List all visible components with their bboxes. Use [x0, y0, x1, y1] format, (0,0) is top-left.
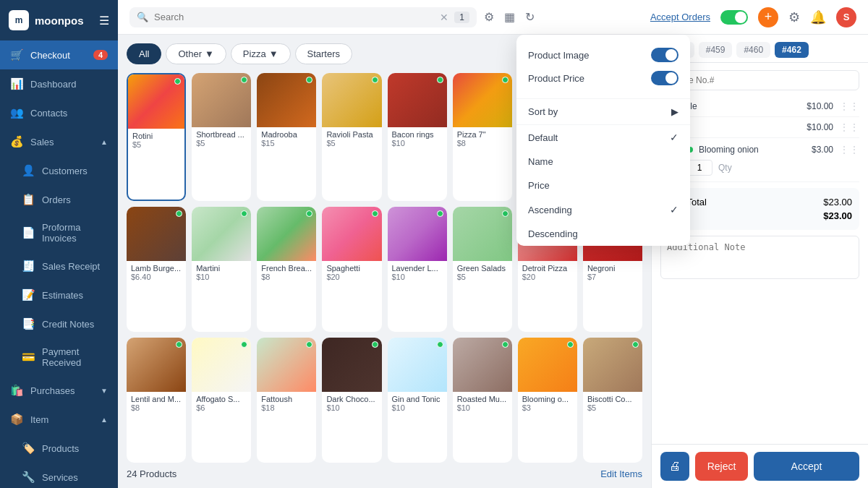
- product-price-row: Product Price: [528, 67, 678, 90]
- sort-option-descending[interactable]: Descending: [516, 222, 690, 246]
- product-status-dot: [241, 77, 247, 83]
- product-card[interactable]: Bacon rings $10: [388, 73, 447, 201]
- product-image-toggle[interactable]: [651, 48, 678, 62]
- subtotal-row: Sub Total $23.00: [668, 195, 852, 209]
- product-status-dot: [306, 210, 312, 217]
- sidebar-item-products[interactable]: 🏷️ Products: [0, 434, 118, 463]
- product-card[interactable]: Gin and Tonic $10: [388, 338, 447, 463]
- product-price: $5: [457, 273, 508, 281]
- product-card[interactable]: Affogato S... $6: [192, 338, 251, 463]
- additional-note[interactable]: [660, 236, 859, 279]
- product-card[interactable]: Lavender L... $10: [388, 207, 447, 332]
- order-tab-459[interactable]: #459: [699, 42, 733, 58]
- blooming-price: $3.00: [812, 145, 833, 155]
- sort-by-header[interactable]: Sort by ▶: [516, 99, 690, 125]
- hamburger-icon[interactable]: ☰: [99, 14, 109, 27]
- cat-tab-pizza[interactable]: Pizza ▼: [231, 43, 291, 64]
- edit-items-link[interactable]: Edit Items: [600, 468, 642, 479]
- cat-tab-starters[interactable]: Starters: [295, 43, 353, 64]
- sidebar-item-item[interactable]: 📦 Item ▲: [0, 405, 118, 434]
- sidebar-item-proforma[interactable]: 📄 Proforma Invoices: [0, 214, 118, 252]
- add-button[interactable]: +: [758, 7, 778, 27]
- sidebar-item-customers[interactable]: 👤 Customers: [0, 156, 118, 185]
- sidebar-item-checkout[interactable]: 🛒 Checkout 4: [0, 40, 118, 69]
- product-card[interactable]: Biscotti Co... $5: [583, 338, 642, 463]
- print-button[interactable]: 🖨: [660, 452, 689, 481]
- dropdown-toggles-section: Product Image Product Price: [516, 35, 690, 99]
- product-info: Biscotti Co... $5: [583, 392, 642, 416]
- purchases-icon: 🛍️: [10, 384, 23, 397]
- reject-button[interactable]: Reject: [695, 452, 748, 481]
- product-card[interactable]: Green Salads $5: [453, 207, 512, 332]
- product-card[interactable]: Spaghetti $20: [322, 207, 381, 332]
- order-tab-460[interactable]: #460: [736, 42, 770, 58]
- accept-orders-toggle[interactable]: [720, 10, 748, 25]
- dashboard-icon: 📊: [10, 77, 23, 90]
- product-card[interactable]: Ravioli Pasta $5: [322, 73, 381, 201]
- product-info: Pizza 7" $8: [453, 127, 512, 151]
- product-name: Dark Choco...: [326, 395, 377, 403]
- sidebar-item-services[interactable]: 🔧 Services: [0, 463, 118, 488]
- product-card[interactable]: Pizza 7" $8: [453, 73, 512, 201]
- sort-option-price[interactable]: Price: [516, 174, 690, 197]
- sidebar-label-item: Item: [30, 414, 48, 425]
- product-price: $10: [392, 403, 443, 412]
- product-name: Pizza 7": [457, 130, 508, 139]
- product-image: [127, 338, 186, 392]
- product-status-dot: [437, 77, 443, 83]
- product-card[interactable]: Madrooba $15: [257, 73, 316, 201]
- sidebar-item-sales[interactable]: 💰 Sales ▲: [0, 127, 118, 156]
- product-status-dot: [632, 341, 639, 348]
- product-price: $18: [261, 403, 312, 412]
- product-card[interactable]: Martini $10: [192, 207, 251, 332]
- sort-by-arrow-icon: ▶: [671, 106, 678, 117]
- layout-icon[interactable]: ▦: [504, 10, 515, 24]
- blooming-qty-input[interactable]: [686, 160, 712, 176]
- accept-button[interactable]: Accept: [754, 452, 859, 481]
- filter-icon[interactable]: ⚙: [484, 10, 494, 24]
- settings-icon[interactable]: ⚙: [788, 9, 800, 25]
- product-card[interactable]: Lentil and M... $8: [127, 338, 186, 463]
- sort-option-default[interactable]: Default ✓: [516, 125, 690, 150]
- sidebar-item-estimates[interactable]: 📝 Estimates: [0, 281, 118, 309]
- phone-input[interactable]: [660, 70, 859, 90]
- product-info: French Brea... $8: [257, 261, 316, 285]
- search-input[interactable]: [154, 12, 434, 22]
- refresh-icon[interactable]: ↻: [525, 10, 535, 24]
- sidebar-item-purchases[interactable]: 🛍️ Purchases ▼: [0, 376, 118, 405]
- product-card[interactable]: French Brea... $8: [257, 207, 316, 332]
- product-card[interactable]: Rotini $5: [127, 73, 186, 201]
- product-card[interactable]: Lamb Burge... $6.40: [127, 207, 186, 332]
- cat-tab-all[interactable]: All: [127, 43, 161, 64]
- accept-orders-label[interactable]: Accept Orders: [650, 12, 710, 22]
- product-card[interactable]: Roasted Mu... $10: [453, 338, 512, 463]
- product-info: Lamb Burge... $6.40: [127, 261, 186, 285]
- sort-option-name[interactable]: Name: [516, 150, 690, 174]
- product-price: $10: [196, 273, 247, 281]
- product-name: Rotini: [132, 132, 180, 140]
- sidebar-label-customers: Customers: [42, 166, 88, 176]
- product-price-toggle[interactable]: [651, 71, 678, 85]
- pizza-chevron-icon: ▼: [269, 48, 278, 59]
- product-status-dot: [372, 77, 378, 83]
- avatar[interactable]: S: [836, 7, 856, 27]
- sidebar-item-salesreceipt[interactable]: 🧾 Sales Receipt: [0, 252, 118, 281]
- cat-tab-other[interactable]: Other ▼: [166, 43, 226, 64]
- sidebar-item-paymentreceived[interactable]: 💳 Payment Received: [0, 338, 118, 376]
- sort-option-ascending[interactable]: Ascending ✓: [516, 197, 690, 222]
- product-card[interactable]: Fattoush $18: [257, 338, 316, 463]
- sidebar-item-creditnotes[interactable]: 📑 Credit Notes: [0, 309, 118, 338]
- sidebar-item-contacts[interactable]: 👥 Contacts: [0, 98, 118, 127]
- product-image: [322, 73, 381, 127]
- product-card[interactable]: Blooming o... $3: [518, 338, 577, 463]
- product-card[interactable]: Shortbread ... $5: [192, 73, 251, 201]
- sort-default-check-icon: ✓: [670, 132, 678, 143]
- order-tab-462[interactable]: #462: [775, 42, 809, 58]
- sidebar-item-dashboard[interactable]: 📊 Dashboard: [0, 69, 118, 98]
- search-clear-icon[interactable]: ✕: [440, 12, 448, 23]
- notifications-icon[interactable]: 🔔: [810, 9, 826, 25]
- product-name: Negroni: [587, 264, 638, 273]
- product-card[interactable]: Dark Choco... $10: [322, 338, 381, 463]
- sidebar-item-orders[interactable]: 📋 Orders: [0, 185, 118, 214]
- product-info: Lentil and M... $8: [127, 392, 186, 416]
